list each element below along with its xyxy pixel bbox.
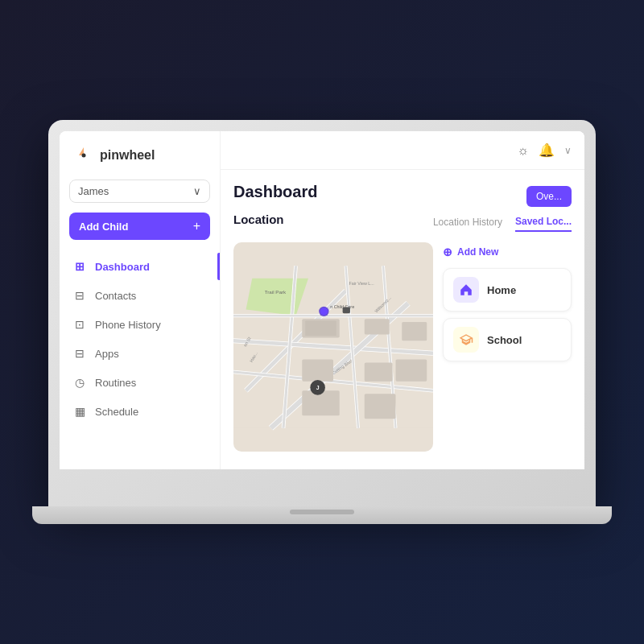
map-svg: Trail Park: [233, 242, 433, 452]
laptop-screen: pinwheel James ∨ Add Child +: [60, 131, 584, 469]
add-child-label: Add Child: [79, 221, 128, 233]
svg-point-33: [320, 308, 328, 315]
location-tabs: Location History Saved Loc...: [433, 216, 572, 232]
location-row: Trail Park: [233, 242, 572, 452]
svg-rect-35: [343, 307, 350, 313]
location-card-school[interactable]: School: [443, 318, 572, 361]
location-card-home[interactable]: Home: [443, 268, 572, 312]
svg-text:J: J: [316, 385, 320, 390]
laptop-screen-bezel: pinwheel James ∨ Add Child +: [48, 120, 596, 506]
svg-text:n Child Care: n Child Care: [330, 304, 354, 309]
map-container: Trail Park: [233, 242, 433, 452]
sidebar-item-apps[interactable]: ⊟ Apps: [60, 340, 220, 367]
home-location-label: Home: [487, 284, 516, 296]
dashboard-icon: ⊞: [72, 260, 87, 273]
page-header-row: Dashboard Ove...: [233, 183, 572, 209]
saved-locations-panel: ⊕ Add New: [443, 242, 572, 452]
tab-location-history[interactable]: Location History: [433, 217, 502, 231]
user-name: James: [78, 185, 109, 197]
sidebar-nav: ⊞ Dashboard ⊟ Contacts ⊡ Phone History: [60, 253, 220, 425]
page-title: Dashboard: [233, 183, 317, 201]
svg-rect-26: [365, 362, 393, 381]
sidebar-label-schedule: Schedule: [95, 406, 138, 418]
add-child-plus-icon: +: [193, 219, 200, 233]
section-header-row: Location Location History Saved Loc...: [233, 213, 572, 234]
phone-history-icon: ⊡: [72, 318, 87, 331]
override-label: Ove...: [536, 191, 562, 202]
sidebar-label-phone-history: Phone History: [95, 319, 161, 331]
user-chevron-icon: ∨: [193, 185, 201, 197]
tab-saved-locations[interactable]: Saved Loc...: [515, 216, 572, 232]
sidebar-item-contacts[interactable]: ⊟ Contacts: [60, 282, 220, 309]
add-new-icon: ⊕: [443, 246, 452, 258]
svg-rect-23: [365, 319, 390, 334]
location-section-title: Location: [233, 213, 284, 226]
school-location-label: School: [487, 334, 522, 346]
svg-rect-27: [396, 360, 427, 382]
svg-text:Fair View L...: Fair View L...: [349, 281, 374, 286]
pinwheel-logo-icon: [72, 144, 95, 167]
bell-icon[interactable]: 🔔: [539, 142, 555, 158]
override-button[interactable]: Ove...: [526, 186, 572, 207]
sidebar-label-apps: Apps: [95, 348, 119, 360]
schedule-icon: ▦: [72, 405, 87, 418]
sidebar-item-dashboard[interactable]: ⊞ Dashboard: [60, 253, 220, 280]
svg-rect-25: [302, 360, 333, 382]
logo-area: pinwheel: [60, 144, 220, 180]
svg-rect-29: [365, 394, 396, 419]
contacts-icon: ⊟: [72, 289, 87, 302]
sidebar-item-schedule[interactable]: ▦ Schedule: [60, 398, 220, 425]
content-body: Dashboard Ove... Location Location Histo…: [221, 170, 584, 469]
user-selector[interactable]: James ∨: [69, 180, 210, 203]
main-content: ☼ 🔔 ∨ Dashboard Ove...: [221, 131, 584, 469]
routines-icon: ◷: [72, 376, 87, 389]
laptop-base: [32, 506, 612, 524]
add-new-label: Add New: [457, 246, 498, 258]
account-chevron-icon[interactable]: ∨: [564, 145, 572, 156]
sidebar-label-dashboard: Dashboard: [95, 261, 150, 273]
svg-rect-28: [302, 390, 340, 415]
logo-text: pinwheel: [100, 148, 155, 163]
svg-text:Trail Park: Trail Park: [265, 289, 287, 295]
home-location-icon: [453, 277, 479, 303]
tab-location-history-label: Location History: [433, 217, 502, 228]
add-new-location[interactable]: ⊕ Add New: [443, 242, 572, 262]
apps-icon: ⊟: [72, 347, 87, 360]
brightness-icon[interactable]: ☼: [517, 143, 529, 158]
sidebar: pinwheel James ∨ Add Child +: [60, 131, 221, 469]
svg-rect-22: [305, 320, 336, 336]
sidebar-label-contacts: Contacts: [95, 290, 136, 302]
sidebar-item-routines[interactable]: ◷ Routines: [60, 369, 220, 396]
school-location-icon: [453, 327, 479, 353]
add-child-button[interactable]: Add Child +: [69, 213, 210, 240]
svg-rect-24: [402, 322, 427, 341]
topbar: ☼ 🔔 ∨: [221, 131, 584, 170]
sidebar-label-routines: Routines: [95, 377, 136, 389]
tab-saved-locations-label: Saved Loc...: [515, 216, 572, 227]
laptop-shell: pinwheel James ∨ Add Child +: [32, 120, 612, 524]
svg-point-0: [82, 154, 86, 158]
sidebar-item-phone-history[interactable]: ⊡ Phone History: [60, 311, 220, 338]
